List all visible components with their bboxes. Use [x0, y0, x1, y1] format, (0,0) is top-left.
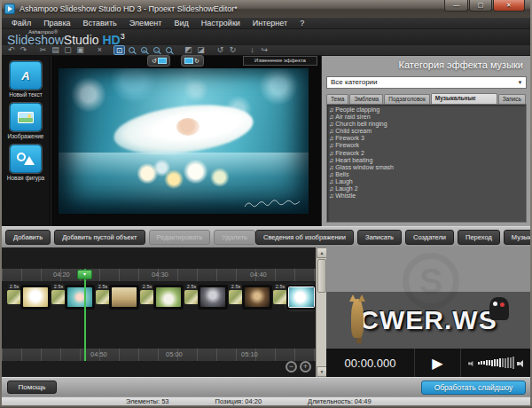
close-button[interactable]: ✕ — [493, 0, 525, 12]
clip-transition[interactable]: 2.5s — [140, 290, 154, 304]
effect-label: Whistle — [335, 192, 356, 199]
timeline-zoom-out-button[interactable]: − — [286, 361, 297, 373]
tab-Запись[interactable]: Запись — [498, 94, 526, 104]
scroll-down-icon[interactable]: ▼ — [317, 366, 326, 377]
menu-item[interactable]: Файл — [5, 19, 37, 27]
effect-item[interactable]: ♫Bells — [329, 171, 526, 178]
slide-photo[interactable] — [59, 68, 309, 214]
delete-icon[interactable]: × — [94, 45, 106, 55]
toolbar-separator — [87, 45, 94, 55]
clip-transition[interactable]: 2.5s — [229, 290, 243, 304]
category-dropdown[interactable]: Все категории ▼ — [326, 76, 527, 89]
sidebar-button-new-text[interactable]: A — [10, 61, 42, 90]
effect-item[interactable]: ♫Whistle — [329, 192, 526, 200]
clip-transition[interactable]: 2.5s — [7, 290, 21, 304]
action-button[interactable]: Записать — [357, 230, 402, 245]
undo-icon[interactable]: ↶ — [5, 45, 17, 55]
clip-transition[interactable]: 2.5s — [51, 290, 66, 304]
scroll-up-icon[interactable]: ▲ — [317, 247, 326, 258]
zoom-selection-icon[interactable] — [163, 45, 175, 55]
clip-photo[interactable]: 3.0s — [156, 287, 181, 307]
arrange-down-icon[interactable]: ↓ — [246, 45, 258, 55]
kenburns-start-button[interactable]: ↺ — [147, 55, 170, 67]
play-button[interactable]: ▶ — [415, 349, 461, 377]
effect-item[interactable]: ♫Laugh 2 — [329, 185, 526, 192]
rotate-right-icon[interactable]: ↻ — [227, 45, 239, 55]
effect-item[interactable]: ♫Church bell ringing — [329, 121, 526, 128]
menu-item[interactable]: ? — [293, 19, 310, 27]
menu-item[interactable]: Правка — [37, 19, 76, 27]
menu-item[interactable]: Интернет — [246, 19, 293, 27]
clip-photo[interactable]: 3.0s — [23, 287, 48, 307]
scrollbar-thumb[interactable] — [317, 259, 326, 293]
effect-item[interactable]: ♫Firework 2 — [329, 150, 526, 157]
zoom-tool-icon[interactable] — [126, 45, 137, 55]
action-button[interactable]: Сведения об изображении — [255, 230, 354, 245]
playhead-line[interactable] — [84, 269, 86, 361]
paste-icon[interactable]: ▤ — [50, 45, 61, 55]
rotate-cw-icon: ↻ — [194, 58, 200, 65]
effects-list[interactable]: ♫People clapping♫Air raid siren♫Church b… — [326, 104, 527, 223]
clip-photo[interactable]: 3.0s — [67, 287, 92, 307]
minimize-button[interactable]: — — [444, 0, 468, 12]
effect-item[interactable]: ♫Firework — [329, 142, 526, 149]
effect-item[interactable]: ♫Heart beating — [329, 157, 526, 164]
kenburns-end-button[interactable]: ↻ — [181, 55, 204, 67]
tab-Тема[interactable]: Тема — [326, 94, 348, 104]
tab-Музыкальные эффекты[interactable]: Музыкальные эффекты — [431, 93, 497, 104]
kenburns-tooltip: Изменение эффекта KenBurns — [243, 56, 317, 66]
sidebar-button-image[interactable] — [10, 103, 42, 131]
action-button[interactable]: Переход — [458, 230, 500, 245]
playhead-marker[interactable]: ▾ — [77, 270, 92, 279]
ungroup-icon[interactable]: ◪ — [195, 45, 207, 55]
timeline-ruler-top[interactable]: 04:2004:3004:40 — [2, 269, 316, 281]
select-tool-icon[interactable]: ⊡ — [113, 45, 125, 55]
watermark-cat-figure — [489, 297, 509, 320]
action-button[interactable]: Добавить пустой объект — [54, 230, 145, 245]
copy-icon[interactable]: ▣ — [74, 45, 86, 55]
title-bar[interactable]: Ashampoo Slideshow Studio HD 3 - Проект … — [0, 0, 532, 18]
arrange-forward-icon[interactable]: ↪ — [259, 45, 270, 55]
timeline-ruler-bottom[interactable]: 04:5005:0005:1005:20 — [2, 349, 316, 361]
maximize-button[interactable]: ▢ — [469, 0, 492, 12]
help-button[interactable]: Помощь — [7, 381, 57, 394]
sidebar-label: Новый текст — [2, 91, 50, 98]
clip-transition[interactable]: 2.5s — [96, 290, 110, 304]
redo-icon[interactable]: ↷ — [18, 45, 29, 55]
volume-slider[interactable] — [461, 349, 530, 377]
effect-item[interactable]: ♫Glass window smash — [329, 164, 526, 171]
menu-item[interactable]: Настройки — [195, 19, 246, 27]
timeline-zoom-in-button[interactable]: + — [300, 361, 311, 373]
clip-photo[interactable]: 3.0s — [112, 287, 137, 307]
menu-item[interactable]: Элемент — [123, 19, 168, 27]
action-button[interactable]: Добавить — [5, 230, 51, 245]
effect-item[interactable]: ♫Firework 3 — [329, 135, 526, 142]
action-button[interactable]: Музыка — [504, 230, 532, 245]
clip-photo[interactable]: 3.0s — [200, 287, 225, 307]
rotate-left-icon[interactable]: ↺ — [215, 45, 226, 55]
clip-transition[interactable]: 2.5s — [273, 290, 287, 304]
cut-icon[interactable]: ✂ — [37, 45, 49, 55]
zoom-in-icon[interactable]: + — [138, 45, 150, 55]
triangle-shape — [24, 156, 35, 165]
effect-item[interactable]: ♫People clapping — [329, 106, 526, 114]
music-note-icon: ♫ — [329, 164, 333, 170]
action-button[interactable]: Создатели — [405, 230, 454, 245]
menu-item[interactable]: Вставить — [77, 19, 123, 27]
tab-Подзаголовок[interactable]: Подзаголовок — [384, 94, 430, 104]
menu-item[interactable]: Вид — [168, 19, 194, 27]
group-icon[interactable]: ◩ — [183, 45, 194, 55]
clip-photo[interactable]: 3.0s — [289, 287, 314, 307]
sidebar-button-new-shape[interactable] — [10, 145, 42, 173]
effect-item[interactable]: ♫Laugh — [329, 178, 526, 185]
timeline[interactable]: 04:2004:3004:40 2.5s3.0s2.5s3.0s2.5s3.0s… — [2, 247, 326, 377]
clip-transition[interactable]: 2.5s — [184, 290, 199, 304]
new-page-icon[interactable]: ▢ — [62, 45, 74, 55]
clip-photo[interactable]: 3.0s — [245, 287, 270, 307]
effect-item[interactable]: ♫Child scream — [329, 128, 526, 135]
timeline-scrollbar[interactable]: ▲ ▼ — [316, 247, 326, 377]
tab-Эмблема[interactable]: Эмблема — [349, 94, 383, 104]
zoom-out-icon[interactable]: − — [151, 45, 162, 55]
render-slideshow-button[interactable]: Обработать слайдшоу — [421, 381, 526, 395]
effect-item[interactable]: ♫Air raid siren — [329, 114, 526, 121]
